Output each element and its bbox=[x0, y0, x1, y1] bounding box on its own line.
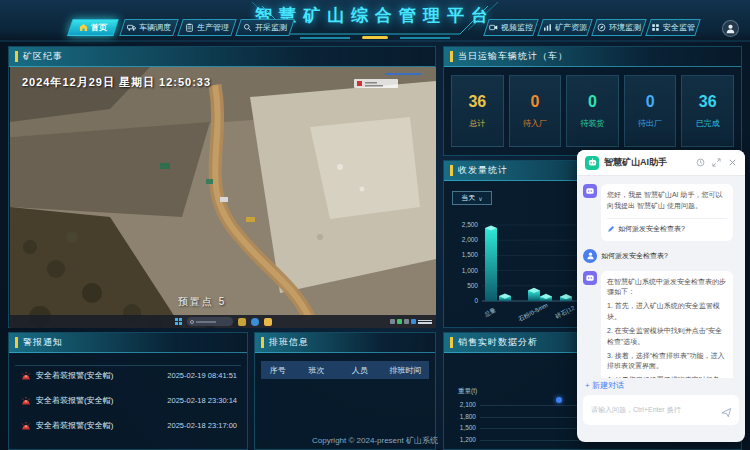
sales-title: 销售实时数据分析 bbox=[458, 336, 538, 349]
video-preset-label: 预置点 5 bbox=[178, 295, 226, 309]
close-icon[interactable] bbox=[728, 158, 737, 167]
svg-text:总量: 总量 bbox=[482, 307, 496, 318]
folder-icon bbox=[238, 318, 246, 326]
svg-text:0: 0 bbox=[474, 297, 478, 304]
alarm-icon bbox=[21, 367, 31, 385]
person-icon bbox=[725, 23, 736, 34]
bot-answer: 在智慧矿山系统中派发安全检查表的步骤如下： 1. 首先，进入矿山系统的安全监管模… bbox=[583, 271, 739, 378]
schedule-title: 排班信息 bbox=[269, 336, 309, 349]
time-filter-dropdown[interactable]: 当天 ∨ bbox=[452, 191, 492, 205]
bot-avatar-icon bbox=[583, 184, 597, 198]
bot-greeting: 您好，我是 智慧矿山AI 助手，您可以向我提出 智慧矿山 使用问题。 bbox=[607, 190, 727, 212]
question-input[interactable]: 请输入问题，Ctrl+Enter 换行 bbox=[583, 395, 739, 425]
vehicle-stats-panel: 当日运输车辆统计（车） 36总计0待入厂0待装货0待出厂36已完成 bbox=[443, 46, 742, 156]
magnifier-icon bbox=[243, 23, 252, 32]
ai-assistant-window: 智慧矿山AI助手 您好，我是 智慧矿山AI 助手，您可以向我提出 智慧矿山 使用… bbox=[577, 150, 745, 442]
vehicle-stats-title: 当日运输车辆统计（车） bbox=[458, 50, 568, 63]
ai-logo-icon bbox=[585, 156, 599, 170]
clipboard-icon bbox=[185, 23, 194, 32]
chronicle-panel: 矿区纪事 bbox=[8, 46, 436, 328]
bot-message: 您好，我是 智慧矿山AI 助手，您可以向我提出 智慧矿山 使用问题。 如何派发安… bbox=[583, 184, 739, 241]
schedule-col-班次: 班次 bbox=[295, 365, 339, 376]
taskbar-tray bbox=[390, 318, 432, 325]
map-scale-line bbox=[385, 73, 421, 75]
alarm-icon bbox=[21, 392, 31, 410]
title-accent bbox=[15, 337, 18, 348]
pen-icon bbox=[607, 225, 615, 233]
send-icon[interactable] bbox=[721, 404, 732, 422]
home-icon bbox=[79, 23, 88, 32]
title-accent bbox=[450, 337, 453, 348]
svg-text:1,000: 1,000 bbox=[462, 267, 479, 274]
input-placeholder: 请输入问题，Ctrl+Enter 换行 bbox=[591, 405, 681, 415]
schedule-col-人员: 人员 bbox=[338, 365, 382, 376]
stat-总计: 36总计 bbox=[451, 75, 504, 147]
video-feed[interactable]: 2024年12月29日 星期日 12:50:33 预置点 5 bbox=[10, 67, 436, 328]
schedule-table-header: 序号班次人员排班时间 bbox=[261, 361, 429, 379]
grid-icon bbox=[651, 23, 660, 32]
video-taskbar bbox=[10, 315, 436, 328]
tab-矿产资源[interactable]: 矿产资源 bbox=[537, 19, 593, 36]
suggestion-text: 如何派发安全检查表? bbox=[618, 224, 685, 235]
schedule-panel: 排班信息 序号班次人员排班时间 bbox=[254, 332, 436, 450]
stat-待入厂: 0待入厂 bbox=[509, 75, 562, 147]
bot-avatar-icon bbox=[583, 271, 597, 285]
chart-icon bbox=[543, 23, 552, 32]
ai-chat-area: 您好，我是 智慧矿山AI 助手，您可以向我提出 智慧矿山 使用问题。 如何派发安… bbox=[577, 176, 745, 378]
tab-车辆调度[interactable]: 车辆调度 bbox=[119, 19, 179, 36]
user-avatar[interactable] bbox=[722, 20, 739, 37]
sales-ytick: 1,800 bbox=[450, 413, 476, 420]
svg-text:2,500: 2,500 bbox=[462, 221, 479, 228]
ai-header: 智慧矿山AI助手 bbox=[577, 150, 745, 176]
svg-text:2,000: 2,000 bbox=[462, 236, 479, 243]
alarm-title: 警报通知 bbox=[23, 336, 63, 349]
tab-生产管理[interactable]: 生产管理 bbox=[177, 19, 237, 36]
video-watermark bbox=[354, 79, 398, 88]
svg-text:石粉/0-5mm: 石粉/0-5mm bbox=[516, 301, 549, 324]
alarm-row[interactable]: 安全着装报警(安全帽)2025-02-19 08:41:51 bbox=[9, 363, 247, 388]
stat-已完成: 36已完成 bbox=[681, 75, 734, 147]
tab-环境监测[interactable]: 环境监测 bbox=[591, 19, 647, 36]
svg-text:1,500: 1,500 bbox=[462, 251, 479, 258]
video-datetime-overlay: 2024年12月29日 星期日 12:50:33 bbox=[22, 75, 211, 90]
time-filter-value: 当天 bbox=[461, 193, 475, 203]
alarm-panel: 警报通知 安全着装报警(安全帽)2025-02-19 08:41:51安全着装报… bbox=[8, 332, 248, 450]
stat-待出厂: 0待出厂 bbox=[624, 75, 677, 147]
sales-legend-dot bbox=[556, 397, 562, 403]
suggested-question[interactable]: 如何派发安全检查表? bbox=[607, 218, 727, 235]
ai-footer: + 新建对话 请输入问题，Ctrl+Enter 换行 bbox=[577, 380, 745, 425]
user-question-text: 如何派发安全检查表? bbox=[601, 251, 668, 261]
alarm-row[interactable]: 安全着装报警(安全帽)2025-02-18 23:30:14 bbox=[9, 388, 247, 413]
tab-开采监测[interactable]: 开采监测 bbox=[235, 19, 295, 36]
expand-icon[interactable] bbox=[712, 158, 721, 167]
quarry-scene bbox=[10, 67, 436, 328]
title-accent bbox=[450, 51, 453, 62]
browser-icon bbox=[251, 318, 259, 326]
answer-intro: 在智慧矿山系统中派发安全检查表的步骤如下： bbox=[607, 277, 727, 299]
answer-step: 1. 首先，进入矿山系统的安全监管模块。 bbox=[607, 301, 727, 323]
svg-text:碎石(12: 碎石(12 bbox=[553, 304, 576, 322]
divider bbox=[15, 365, 241, 366]
vehicle-stats-row: 36总计0待入厂0待装货0待出厂36已完成 bbox=[444, 67, 741, 155]
answer-step: 4. 如果您已经设置了排班表定时任务，那么安全检查任务将会在指定的时间自动派发至… bbox=[607, 375, 727, 378]
chronicle-title: 矿区纪事 bbox=[23, 50, 63, 63]
camera-icon bbox=[489, 23, 498, 32]
schedule-col-序号: 序号 bbox=[261, 365, 295, 376]
chevron-down-icon: ∨ bbox=[478, 195, 482, 202]
sales-ytick: 2,100 bbox=[450, 401, 476, 408]
svg-text:500: 500 bbox=[467, 282, 478, 289]
title-accent bbox=[15, 51, 18, 62]
history-icon[interactable] bbox=[696, 158, 705, 167]
tab-视频监控[interactable]: 视频监控 bbox=[483, 19, 539, 36]
tab-首页[interactable]: 首页 bbox=[67, 19, 119, 36]
tab-安全监管[interactable]: 安全监管 bbox=[645, 19, 701, 36]
alarm-icon bbox=[21, 417, 31, 435]
top-header: 智慧矿山综合管理平台 首页车辆调度生产管理开采监测视频监控矿产资源环境监测安全监… bbox=[0, 0, 750, 42]
truck-icon bbox=[127, 23, 136, 32]
user-avatar-icon bbox=[583, 249, 597, 263]
answer-step: 2. 在安全监管模块中找到并点击“安全检查”选项。 bbox=[607, 326, 727, 348]
sales-unit-label: 重量(t) bbox=[458, 387, 477, 396]
new-chat-button[interactable]: + 新建对话 bbox=[585, 380, 739, 391]
schedule-col-排班时间: 排班时间 bbox=[382, 365, 429, 376]
taskbar-search bbox=[187, 317, 233, 326]
